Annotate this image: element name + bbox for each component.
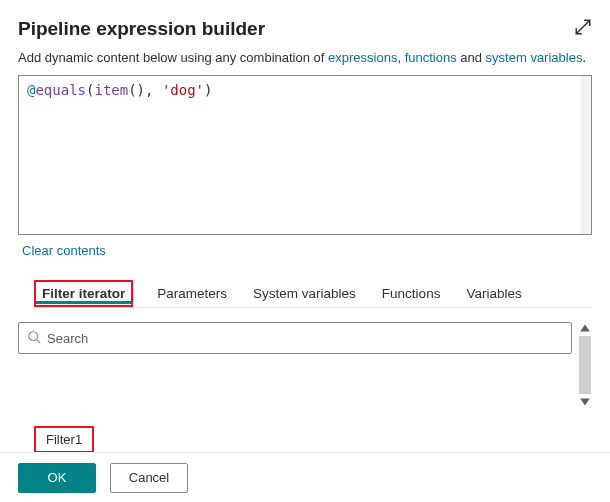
search-box[interactable] bbox=[18, 322, 572, 354]
svg-point-0 bbox=[29, 331, 38, 340]
tabs-underline bbox=[34, 307, 592, 308]
expression-editor[interactable]: @equals(item(), 'dog') bbox=[18, 75, 592, 235]
hint-prefix: Add dynamic content below using any comb… bbox=[18, 50, 328, 65]
category-tabs: Filter iterator Parameters System variab… bbox=[34, 280, 592, 307]
tab-filter-iterator[interactable]: Filter iterator bbox=[34, 280, 133, 307]
tab-parameters[interactable]: Parameters bbox=[155, 280, 229, 307]
tab-variables[interactable]: Variables bbox=[464, 280, 523, 307]
footer-bar: OK Cancel bbox=[0, 452, 610, 502]
expand-icon[interactable] bbox=[574, 18, 592, 36]
link-system-variables[interactable]: system variables bbox=[486, 50, 583, 65]
tab-functions[interactable]: Functions bbox=[380, 280, 443, 307]
search-icon bbox=[27, 330, 41, 347]
clear-contents-link[interactable]: Clear contents bbox=[22, 243, 106, 258]
hint-text: Add dynamic content below using any comb… bbox=[18, 50, 592, 65]
scroll-up-icon[interactable] bbox=[579, 322, 591, 334]
scroll-down-icon[interactable] bbox=[579, 396, 591, 408]
tab-system-variables[interactable]: System variables bbox=[251, 280, 358, 307]
link-functions[interactable]: functions bbox=[405, 50, 457, 65]
ok-button[interactable]: OK bbox=[18, 463, 96, 493]
result-item-filter1[interactable]: Filter1 bbox=[34, 426, 94, 453]
results-scrollbar[interactable] bbox=[578, 322, 592, 408]
link-expressions[interactable]: expressions bbox=[328, 50, 397, 65]
page-title: Pipeline expression builder bbox=[18, 18, 265, 40]
cancel-button[interactable]: Cancel bbox=[110, 463, 188, 493]
search-input[interactable] bbox=[47, 331, 563, 346]
scroll-thumb[interactable] bbox=[579, 336, 591, 394]
